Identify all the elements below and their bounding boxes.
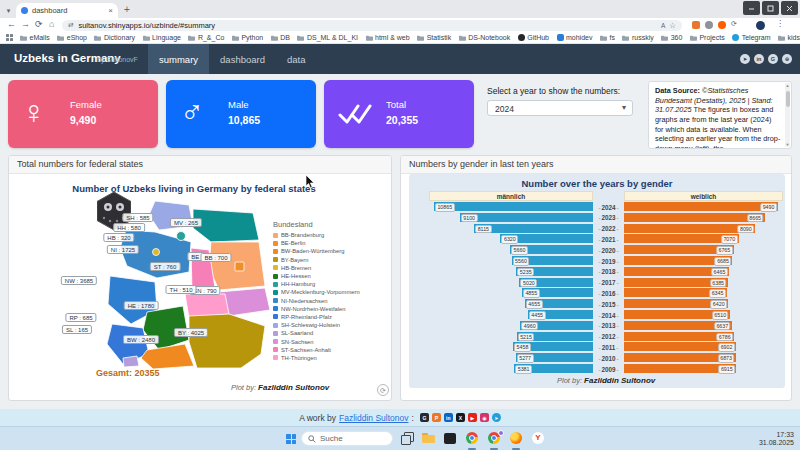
pyramid-chart[interactable]: Number over the years by gender männlich…	[409, 174, 785, 388]
bar-male-2022[interactable]	[474, 224, 593, 233]
file-explorer-icon[interactable]	[422, 432, 436, 446]
tab-title: dashboard	[32, 6, 105, 15]
extension-gray-icon[interactable]	[705, 21, 713, 29]
year-axis-label: 2023	[593, 214, 624, 221]
bookmark-item[interactable]: Dictionary	[94, 34, 135, 41]
bookmark-item[interactable]: DB	[271, 34, 290, 41]
website-icon[interactable]: ⊕	[782, 54, 792, 64]
window-close-button[interactable]	[781, 1, 798, 15]
extension-orange-icon[interactable]	[718, 21, 726, 29]
bar-label: 6902	[718, 343, 735, 352]
window-maximize-button[interactable]	[762, 1, 779, 15]
dark-app-icon[interactable]	[444, 432, 458, 446]
tab-summary[interactable]: summary	[148, 44, 209, 74]
tab-search-chevron-icon[interactable]: ▾	[3, 5, 14, 16]
bar-male-2024[interactable]	[434, 202, 593, 211]
bookmark-item[interactable]: russkiy	[622, 34, 653, 41]
bar-label: 6345	[709, 289, 726, 298]
bar-label: 9490	[760, 203, 777, 212]
year-select-value: 2024	[495, 104, 514, 114]
legend-item: SH-Schleswig-Holstein	[273, 321, 385, 329]
bookmark-item[interactable]: html & web	[366, 34, 410, 41]
youtube-icon[interactable]: ▶	[468, 413, 477, 422]
posit-icon[interactable]: P	[432, 413, 441, 422]
telegram-icon[interactable]: ➤	[492, 413, 501, 422]
bookmark-item[interactable]: fs	[600, 34, 615, 41]
forward-icon[interactable]: →	[21, 19, 30, 29]
bar-female-2022[interactable]	[624, 224, 755, 233]
data-source-panel[interactable]: Data Source: ©Statistisches Bundesamt (D…	[648, 81, 792, 149]
window-minimize-button[interactable]	[743, 1, 760, 15]
bookmark-item[interactable]: mohidev	[557, 34, 593, 41]
x-icon[interactable]: X	[456, 413, 465, 422]
map-total-label: Gesamt: 20355	[96, 368, 160, 378]
bookmark-item[interactable]: Telegram	[732, 34, 770, 41]
url-text[interactable]: sultanov.shinyapps.io/uzbinde/#summary	[78, 21, 656, 30]
browser-toolbar: ← → ⟳ ⌂ ⇄ sultanov.shinyapps.io/uzbinde/…	[0, 18, 800, 32]
male-icon: ♂	[180, 92, 204, 132]
bookmark-item[interactable]: Python	[232, 34, 263, 41]
year-select-dropdown[interactable]: 2024 ▾	[487, 100, 633, 116]
linkedin-icon[interactable]: in	[754, 54, 764, 64]
linkedin-icon[interactable]: in	[444, 413, 453, 422]
footer-author-link[interactable]: Fazliddin Sultonov	[339, 413, 408, 423]
footer-text: A work by	[299, 413, 336, 423]
year-select-label: Select a year to show the numbers:	[487, 86, 647, 96]
bookmark-item[interactable]: eMails	[20, 34, 50, 41]
bookmark-item[interactable]: DS-Notebook	[459, 34, 511, 41]
chrome-profile-icon[interactable]	[488, 432, 502, 446]
home-icon[interactable]: ⌂	[49, 19, 54, 29]
bookmark-item[interactable]: eShop	[57, 34, 87, 41]
telegram-icon[interactable]: ➤	[740, 54, 750, 64]
data-source-scrollbar[interactable]: ▲ ▼	[785, 83, 790, 147]
chrome-icon[interactable]	[466, 432, 480, 446]
extension-adblock-icon[interactable]	[692, 21, 700, 29]
bookmark-item[interactable]: R_&_Co	[188, 34, 224, 41]
reload-icon[interactable]: ⟳	[35, 19, 43, 29]
bookmark-item[interactable]: 360	[661, 34, 682, 41]
scroll-down-icon[interactable]: ▼	[785, 142, 790, 147]
apps-grid-icon[interactable]	[6, 34, 13, 41]
bookmark-item[interactable]: GitHub	[518, 34, 549, 41]
site-info-icon[interactable]: ⇄	[68, 21, 73, 29]
task-view-icon[interactable]	[400, 432, 414, 446]
legend-item: BW-Baden-Württemberg	[273, 247, 385, 255]
bookmark-item[interactable]: Projects	[690, 34, 725, 41]
tab-close-icon[interactable]: ×	[108, 6, 113, 15]
profile-avatar[interactable]	[756, 21, 765, 30]
yandex-icon[interactable]: Y	[532, 432, 546, 446]
bookmark-item[interactable]: Statistik	[417, 34, 451, 41]
new-tab-button[interactable]: +	[124, 4, 130, 15]
tab-data[interactable]: data	[276, 44, 317, 74]
bar-female-2023[interactable]	[624, 213, 765, 222]
plot-credit: Plot by: Fazliddin Sultonov	[557, 376, 655, 385]
taskbar-search[interactable]: Suche	[301, 431, 393, 446]
start-button[interactable]	[286, 434, 296, 444]
legend-item: NW-Nordrhein-Westfalen	[273, 305, 385, 313]
bar-female-2024[interactable]	[624, 202, 778, 211]
refresh-circle-icon[interactable]: ⟳	[377, 384, 389, 396]
bookmark-item[interactable]: DS_ML & DL_KI	[297, 34, 358, 41]
bar-male-2023[interactable]	[460, 213, 593, 222]
back-icon[interactable]: ←	[7, 19, 16, 29]
translate-icon[interactable]: A	[661, 22, 665, 29]
firefox-icon[interactable]	[510, 432, 524, 446]
address-bar[interactable]: ⇄ sultanov.shinyapps.io/uzbinde/#summary…	[62, 20, 682, 31]
instagram-icon[interactable]: ◉	[480, 413, 489, 422]
scroll-up-icon[interactable]: ▲	[785, 83, 790, 88]
bookmark-item[interactable]: Linguage	[143, 34, 181, 41]
legend-item: HH-Hamburg	[273, 280, 385, 288]
bookmark-item[interactable]: kids	[778, 34, 800, 41]
tab-dashboard[interactable]: dashboard	[209, 44, 276, 74]
bar-label: 5660	[511, 246, 528, 255]
taskbar-clock[interactable]: 17:33 31.08.2025	[759, 431, 794, 448]
year-axis-label: 2015	[593, 301, 624, 308]
github-icon[interactable]: G	[768, 54, 778, 64]
github-icon[interactable]: G	[420, 413, 429, 422]
female-icon: ♀	[22, 92, 46, 132]
browser-menu-icon[interactable]: ⋮	[776, 19, 784, 28]
sync-icon[interactable]: ⟳	[731, 20, 737, 28]
bookmark-star-icon[interactable]: ☆	[669, 21, 676, 30]
browser-tab[interactable]: dashboard ×	[16, 3, 118, 18]
scrollbar-thumb[interactable]	[786, 91, 790, 107]
